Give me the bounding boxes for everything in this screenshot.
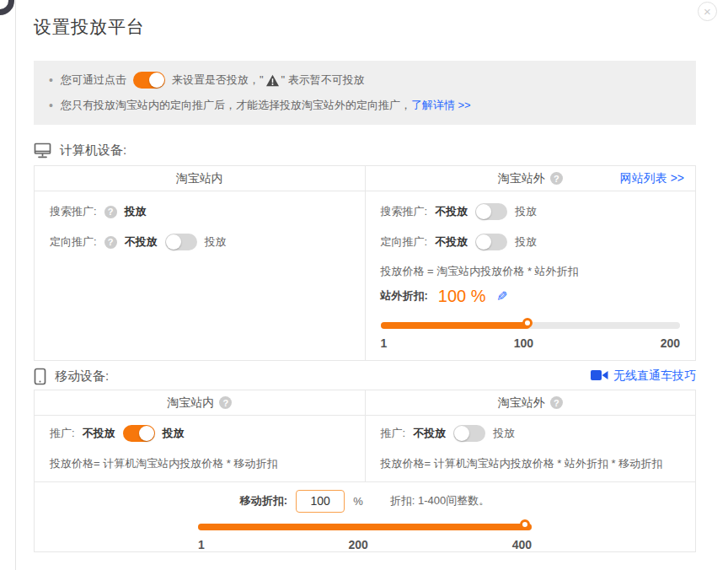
wireless-tips-link[interactable]: 无线直通车技巧: [591, 368, 696, 384]
row-label: 推广:: [381, 426, 406, 441]
toggle-knob: [149, 73, 164, 88]
slider-max: 400: [512, 538, 532, 551]
row-label: 定向推广:: [381, 234, 428, 250]
phone-icon: [34, 368, 46, 385]
mobile-discount-input[interactable]: [296, 490, 345, 513]
slider-knob[interactable]: [520, 519, 530, 530]
on-label: 投放: [515, 234, 537, 250]
slider-track-area[interactable]: [381, 318, 681, 333]
header-taobao-outside: 淘宝站外 ?: [365, 390, 696, 415]
percent-label: %: [353, 495, 363, 508]
slider-labels: 1 200 400: [198, 538, 532, 551]
row-label: 定向推广:: [50, 234, 97, 250]
background-ring-fragment: [0, 0, 14, 15]
targeted-promo-row: 定向推广: 不投放 投放: [381, 227, 681, 257]
row-label: 搜索推广:: [50, 204, 97, 219]
computer-section-label: 计算机设备:: [60, 142, 126, 159]
help-icon[interactable]: ?: [550, 396, 563, 409]
notice-text: " 表示暂不可投放: [281, 72, 365, 89]
search-promo-row: 搜索推广: ? 投放: [50, 196, 350, 227]
computer-table-header: 淘宝站内 淘宝站外 ? 网站列表 >>: [35, 166, 695, 191]
on-label: 投放: [163, 426, 185, 441]
off-label: 不投放: [435, 234, 468, 250]
site-list-link[interactable]: 网站列表 >>: [620, 166, 684, 191]
price-formula: 投放价格= 计算机淘宝站内投放价格 * 站外折扣 * 移动折扣: [381, 454, 681, 473]
on-label: 投放: [515, 204, 537, 219]
computer-table-body: 搜索推广: ? 投放 定向推广: ? 不投放 投放 搜索推广: 不投放: [35, 191, 695, 360]
mobile-inside-toggle[interactable]: [123, 425, 155, 442]
link-label: 无线直通车技巧: [613, 368, 696, 384]
notice-text: 您只有投放淘宝站内的定向推广后，才能选择投放淘宝站外的定向推广，: [61, 97, 411, 114]
toggle-knob: [476, 204, 491, 219]
off-label: 不投放: [125, 234, 158, 250]
edit-icon[interactable]: ✎: [496, 288, 507, 304]
outside-targeted-toggle[interactable]: [475, 234, 507, 250]
help-icon[interactable]: ?: [104, 206, 117, 218]
notice-text: 您可通过点击: [61, 72, 126, 89]
dialog: 设置投放平台 • 您可通过点击 来设置是否投放，" " 表示暂不可投放 • 您只…: [34, 0, 696, 552]
mobile-outside-toggle[interactable]: [453, 425, 485, 442]
monitor-icon: [34, 142, 51, 159]
computer-table: 淘宝站内 淘宝站外 ? 网站列表 >> 搜索推广: ? 投放 定向推广: ? 不…: [34, 165, 696, 361]
slider-min: 1: [198, 538, 205, 551]
slider-track[interactable]: [198, 524, 532, 530]
row-value: 投放: [125, 204, 147, 219]
outside-search-toggle[interactable]: [475, 203, 507, 220]
warning-icon: [265, 74, 280, 87]
example-toggle: [133, 72, 165, 89]
slider-max: 200: [661, 336, 680, 350]
computer-outside-cell: 搜索推广: 不投放 投放 定向推广: 不投放 投放 投放价格 = 淘宝站内投放价…: [365, 191, 696, 360]
discount-label: 移动折扣:: [240, 493, 287, 508]
bullet-icon: •: [49, 97, 53, 114]
off-label: 不投放: [83, 426, 115, 441]
promo-row: 推广: 不投放 投放: [381, 421, 681, 446]
toggle-knob: [139, 426, 154, 441]
row-label: 搜索推广:: [381, 204, 428, 219]
offsite-discount-slider: 1 100 200: [381, 318, 681, 350]
inside-targeted-toggle[interactable]: [165, 234, 197, 250]
page-title: 设置投放平台: [34, 15, 696, 39]
close-icon[interactable]: ×: [698, 2, 717, 21]
slider-labels: 1 100 200: [381, 336, 681, 350]
search-promo-row: 搜索推广: 不投放 投放: [381, 196, 681, 227]
header-taobao-outside: 淘宝站外 ? 网站列表 >>: [365, 166, 696, 191]
promo-row: 推广: 不投放 投放: [50, 421, 350, 446]
bullet-icon: •: [49, 72, 53, 89]
toggle-knob: [454, 426, 469, 441]
help-icon[interactable]: ?: [550, 172, 563, 185]
slider-mid: 200: [349, 538, 368, 551]
discount-value: 100 %: [438, 287, 486, 306]
notice-line-1: • 您可通过点击 来设置是否投放，" " 表示暂不可投放: [49, 72, 681, 89]
slider-fill: [198, 524, 532, 530]
notice-text: 来设置是否投放，": [172, 72, 264, 89]
toggle-knob: [476, 234, 491, 250]
row-label: 推广:: [50, 426, 75, 441]
header-label: 淘宝站内: [176, 171, 223, 186]
mobile-table: 淘宝站内 ? 淘宝站外 ? 推广: 不投放 投放 投放价格= 计算机淘宝站内投放…: [34, 390, 696, 552]
header-taobao-inside: 淘宝站内: [35, 166, 365, 191]
help-icon[interactable]: ?: [104, 236, 117, 249]
mobile-discount-controls: 移动折扣: % 折扣: 1-400间整数。: [35, 489, 695, 513]
mobile-table-body: 推广: 不投放 投放 投放价格= 计算机淘宝站内投放价格 * 移动折扣 推广: …: [35, 416, 695, 481]
slider-mid: 100: [514, 336, 533, 350]
video-icon: [591, 369, 608, 384]
on-label: 投放: [493, 426, 515, 441]
notice-line-2: • 您只有投放淘宝站内的定向推广后，才能选择投放淘宝站外的定向推广， 了解详情 …: [49, 97, 681, 114]
slider-track-area[interactable]: [198, 519, 532, 535]
header-label: 淘宝站外: [498, 171, 545, 186]
header-label: 淘宝站外: [498, 395, 545, 411]
mobile-table-header: 淘宝站内 ? 淘宝站外 ?: [35, 390, 695, 416]
mobile-discount-row: 移动折扣: % 折扣: 1-400间整数。 1 200 400: [35, 481, 695, 551]
notice-box: • 您可通过点击 来设置是否投放，" " 表示暂不可投放 • 您只有投放淘宝站内…: [34, 61, 696, 125]
price-formula: 投放价格 = 淘宝站内投放价格 * 站外折扣: [381, 262, 681, 281]
learn-more-link[interactable]: 了解详情 >>: [411, 97, 471, 114]
header-taobao-inside: 淘宝站内 ?: [35, 390, 365, 415]
slider-fill: [381, 322, 531, 329]
discount-label: 站外折扣:: [381, 288, 428, 304]
mobile-discount-slider: 1 200 400: [198, 519, 532, 551]
on-label: 投放: [205, 234, 227, 250]
computer-inside-cell: 搜索推广: ? 投放 定向推广: ? 不投放 投放: [35, 191, 365, 360]
help-icon[interactable]: ?: [219, 396, 232, 409]
header-label: 淘宝站内: [167, 395, 214, 411]
slider-min: 1: [381, 336, 388, 350]
